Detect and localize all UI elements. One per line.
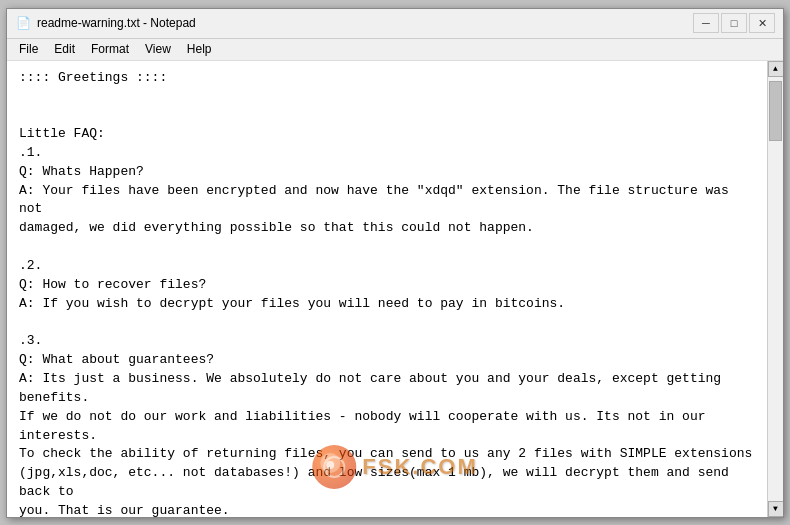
title-bar: 📄 readme-warning.txt - Notepad ─ □ ✕ [7,9,783,39]
minimize-button[interactable]: ─ [693,13,719,33]
scroll-track[interactable] [768,77,783,501]
menu-edit[interactable]: Edit [46,40,83,58]
notepad-window: 📄 readme-warning.txt - Notepad ─ □ ✕ Fil… [6,8,784,518]
scroll-up-arrow[interactable]: ▲ [768,61,784,77]
menu-help[interactable]: Help [179,40,220,58]
text-content[interactable]: :::: Greetings :::: Little FAQ: .1. Q: W… [7,61,767,517]
maximize-button[interactable]: □ [721,13,747,33]
menu-format[interactable]: Format [83,40,137,58]
menu-file[interactable]: File [11,40,46,58]
scroll-thumb[interactable] [769,81,782,141]
menu-bar: File Edit Format View Help [7,39,783,61]
notepad-icon: 📄 [15,15,31,31]
scroll-down-arrow[interactable]: ▼ [768,501,784,517]
window-controls: ─ □ ✕ [693,13,775,33]
close-button[interactable]: ✕ [749,13,775,33]
vertical-scrollbar[interactable]: ▲ ▼ [767,61,783,517]
content-area: :::: Greetings :::: Little FAQ: .1. Q: W… [7,61,783,517]
title-bar-left: 📄 readme-warning.txt - Notepad [15,15,196,31]
menu-view[interactable]: View [137,40,179,58]
window-title: readme-warning.txt - Notepad [37,16,196,30]
